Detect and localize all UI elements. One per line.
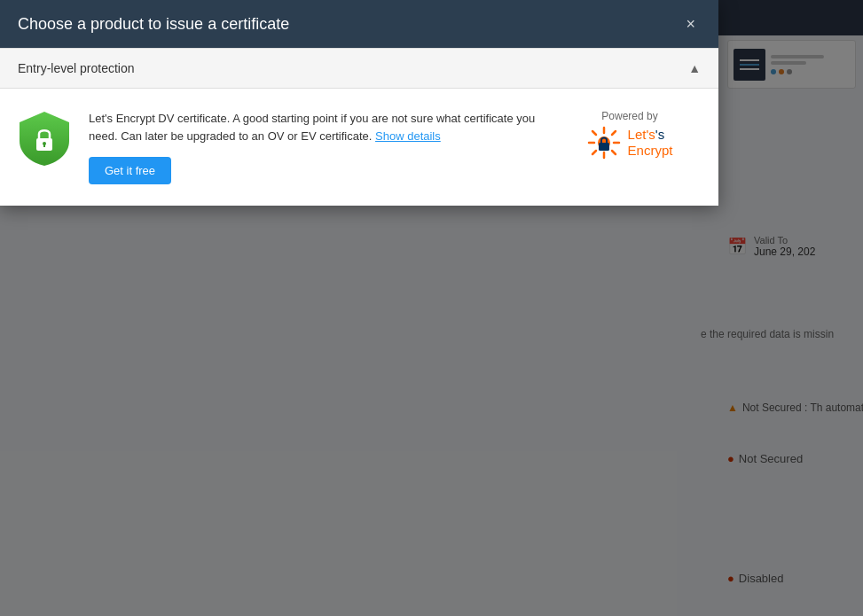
shield-icon-wrap <box>18 110 71 168</box>
product-info: Let's Encrypt DV certificate. A good sta… <box>89 110 541 184</box>
svg-line-10 <box>592 151 596 154</box>
lets-encrypt-icon <box>587 126 621 160</box>
show-details-link[interactable]: Show details <box>375 129 441 143</box>
lets-encrypt-text: Let's's Encrypt <box>628 127 673 159</box>
svg-rect-2 <box>43 144 45 147</box>
product-row: Let's Encrypt DV certificate. A good sta… <box>18 110 701 184</box>
svg-rect-12 <box>599 143 609 151</box>
shield-icon <box>18 110 71 168</box>
svg-line-8 <box>612 151 616 154</box>
get-it-free-button[interactable]: Get it free <box>89 157 171 184</box>
lets-encrypt-logo: Let's's Encrypt <box>587 126 673 160</box>
chevron-up-icon: ▲ <box>688 61 701 75</box>
svg-line-7 <box>592 131 596 135</box>
product-description: Let's Encrypt DV certificate. A good sta… <box>89 110 541 144</box>
section-content: Let's Encrypt DV certificate. A good sta… <box>0 89 718 206</box>
modal-close-button[interactable]: × <box>680 14 701 34</box>
modal-body: Entry-level protection ▲ <box>0 48 718 206</box>
powered-by-section: Powered by <box>559 110 701 160</box>
section-title: Entry-level protection <box>18 61 135 75</box>
section-header[interactable]: Entry-level protection ▲ <box>0 48 718 89</box>
powered-by-label: Powered by <box>601 110 657 122</box>
modal-dialog: Choose a product to issue a certificate … <box>0 0 718 206</box>
svg-line-9 <box>612 131 616 135</box>
modal-title: Choose a product to issue a certificate <box>18 15 289 34</box>
modal-header: Choose a product to issue a certificate … <box>0 0 718 48</box>
